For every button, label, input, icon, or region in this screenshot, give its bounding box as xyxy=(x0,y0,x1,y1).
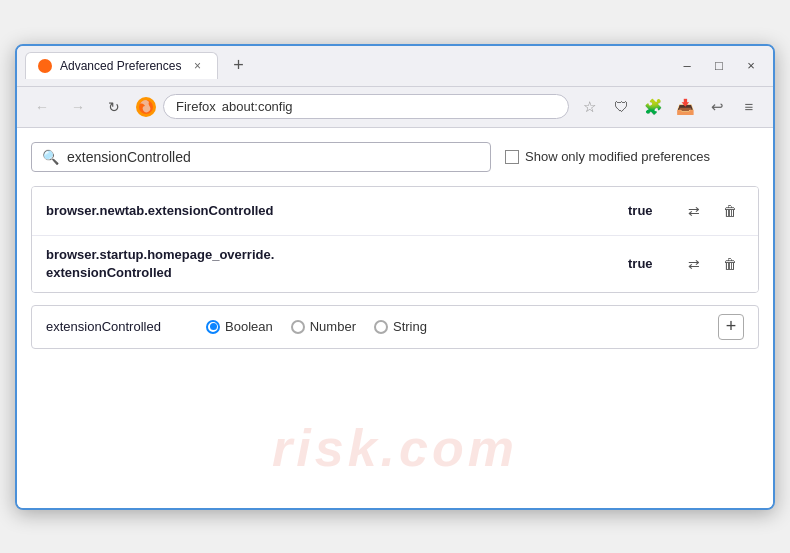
title-bar: Advanced Preferences × + – □ × xyxy=(17,46,773,87)
address-text: about:config xyxy=(222,99,293,114)
new-preference-row: extensionControlled Boolean Number Strin… xyxy=(31,305,759,349)
table-row: browser.startup.homepage_override. exten… xyxy=(32,236,758,292)
preferences-table: browser.newtab.extensionControlled true … xyxy=(31,186,759,293)
pref-name-2-line2: extensionControlled xyxy=(46,265,172,280)
show-modified-checkbox[interactable] xyxy=(505,150,519,164)
search-row: 🔍 extensionControlled Show only modified… xyxy=(31,142,759,172)
browser-window: Advanced Preferences × + – □ × ← → ↻ Fir… xyxy=(15,44,775,510)
tab-title: Advanced Preferences xyxy=(60,59,181,73)
window-controls: – □ × xyxy=(673,55,765,77)
extension-icon[interactable]: 🧩 xyxy=(639,93,667,121)
content-area: 🔍 extensionControlled Show only modified… xyxy=(17,128,773,508)
toolbar-icons: ☆ 🛡 🧩 📥 ↩ ≡ xyxy=(575,93,763,121)
history-icon[interactable]: ↩ xyxy=(703,93,731,121)
address-bar[interactable]: Firefox about:config xyxy=(163,94,569,119)
bookmark-star-icon[interactable]: ☆ xyxy=(575,93,603,121)
search-input[interactable]: extensionControlled xyxy=(67,149,191,165)
radio-string-label: String xyxy=(393,319,427,334)
refresh-button[interactable]: ↻ xyxy=(99,92,129,122)
forward-button[interactable]: → xyxy=(63,92,93,122)
browser-tab[interactable]: Advanced Preferences × xyxy=(25,52,218,79)
radio-boolean-label: Boolean xyxy=(225,319,273,334)
pref-actions-1: ⇄ 🗑 xyxy=(680,197,744,225)
arrows-icon-1: ⇄ xyxy=(688,203,700,219)
minimize-button[interactable]: – xyxy=(673,55,701,77)
add-preference-button[interactable]: + xyxy=(718,314,744,340)
trash-icon-2: 🗑 xyxy=(723,256,737,272)
radio-string-circle xyxy=(374,320,388,334)
radio-number-label: Number xyxy=(310,319,356,334)
pref-name-2-line1: browser.startup.homepage_override. xyxy=(46,247,274,262)
navigation-bar: ← → ↻ Firefox about:config ☆ 🛡 🧩 📥 ↩ ≡ xyxy=(17,87,773,128)
back-button[interactable]: ← xyxy=(27,92,57,122)
radio-number-circle xyxy=(291,320,305,334)
watermark: risk.com xyxy=(272,418,518,478)
firefox-logo-icon xyxy=(135,96,157,118)
table-row: browser.newtab.extensionControlled true … xyxy=(32,187,758,236)
show-modified-label: Show only modified preferences xyxy=(525,149,710,164)
toggle-button-2[interactable]: ⇄ xyxy=(680,250,708,278)
search-icon: 🔍 xyxy=(42,149,59,165)
show-modified-container: Show only modified preferences xyxy=(505,149,710,164)
browser-name: Firefox xyxy=(176,99,216,114)
radio-string[interactable]: String xyxy=(374,319,427,334)
pref-value-2: true xyxy=(628,256,668,271)
delete-button-2[interactable]: 🗑 xyxy=(716,250,744,278)
delete-button-1[interactable]: 🗑 xyxy=(716,197,744,225)
radio-number[interactable]: Number xyxy=(291,319,356,334)
menu-icon[interactable]: ≡ xyxy=(735,93,763,121)
toggle-button-1[interactable]: ⇄ xyxy=(680,197,708,225)
pref-name-1: browser.newtab.extensionControlled xyxy=(46,203,616,218)
trash-icon-1: 🗑 xyxy=(723,203,737,219)
downloads-icon[interactable]: 📥 xyxy=(671,93,699,121)
window-close-button[interactable]: × xyxy=(737,55,765,77)
radio-boolean[interactable]: Boolean xyxy=(206,319,273,334)
arrows-icon-2: ⇄ xyxy=(688,256,700,272)
type-radio-group: Boolean Number String xyxy=(206,319,427,334)
restore-button[interactable]: □ xyxy=(705,55,733,77)
pref-name-2: browser.startup.homepage_override. exten… xyxy=(46,246,616,282)
pref-value-1: true xyxy=(628,203,668,218)
new-pref-name: extensionControlled xyxy=(46,319,186,334)
search-box[interactable]: 🔍 extensionControlled xyxy=(31,142,491,172)
tab-close-button[interactable]: × xyxy=(189,58,205,74)
radio-boolean-circle xyxy=(206,320,220,334)
new-tab-button[interactable]: + xyxy=(224,52,252,80)
pref-actions-2: ⇄ 🗑 xyxy=(680,250,744,278)
tab-favicon xyxy=(38,59,52,73)
shield-icon[interactable]: 🛡 xyxy=(607,93,635,121)
